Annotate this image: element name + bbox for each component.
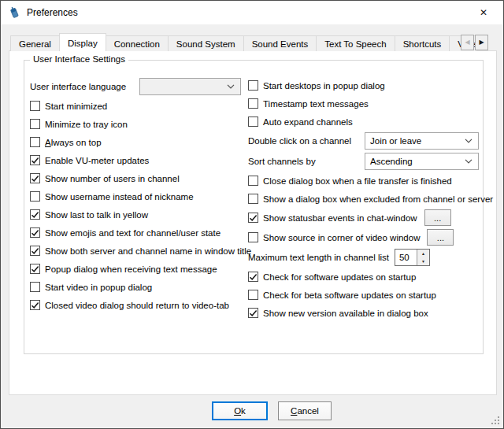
checkbox-timestamp-text-messages[interactable] [248,98,258,109]
more-button-show-source-in-corner-of-video-window[interactable]: ... [427,229,454,246]
ok-label: Ok [234,406,246,416]
row-maximum-text-length-in-channel-list: Maximum text length in channel list50▲▼ [248,247,484,268]
check-icon [31,174,39,183]
app-icon [8,6,20,19]
title-bar: Preferences ✕ [1,1,503,24]
cancel-button[interactable]: Cancel [278,401,332,420]
row-show-new-version-available-in-dialog-box: Show new version available in dialog box [248,304,484,322]
close-button[interactable]: ✕ [469,1,498,24]
row-start-desktops-in-popup-dialog: Start desktops in popup dialog [248,76,484,94]
row-show-last-to-talk-in-yellow: Show last to talk in yellow [30,205,248,224]
spinner-maximum-text-length-in-channel-list[interactable]: 50▲▼ [395,249,430,266]
tab-sound-events[interactable]: Sound Events [243,35,317,51]
checkbox-closed-video-dialog-should-return-to-video-tab[interactable] [30,300,40,310]
tab-general[interactable]: General [10,35,60,51]
checkbox-close-dialog-box-when-a-file-transfer-is-finishe[interactable] [248,176,258,186]
checkbox-show-last-to-talk-in-yellow[interactable] [30,209,40,220]
spinner-buttons: ▲▼ [417,250,429,265]
combo-value-double-click-on-a-channel: Join or leave [370,136,421,146]
tab-page-display: User Interface Settings User interface l… [9,50,497,395]
resize-grip[interactable] [491,416,500,425]
row-show-username-instead-of-nickname: Show username instead of nickname [30,187,248,205]
combo-double-click-on-a-channel[interactable]: Join or leave [365,132,479,150]
row-show-number-of-users-in-channel: Show number of users in channel [30,169,248,187]
spin-down-button[interactable]: ▼ [417,257,429,265]
checkbox-auto-expand-channels[interactable] [248,116,258,127]
ok-button[interactable]: Ok [212,401,268,420]
combo-label-double-click-on-a-channel: Double click on a channel [248,136,365,146]
checkbox-start-desktops-in-popup-dialog[interactable] [248,80,258,91]
tab-display[interactable]: Display [59,33,106,51]
row-enable-vu-meter-updates: Enable VU-meter updates [30,151,248,169]
checkbox-popup-dialog-when-receiving-text-message[interactable] [30,264,40,274]
checkbox-label-check-for-beta-software-updates-on-startup: Check for beta software updates on start… [263,290,436,300]
checkbox-label-show-both-server-and-channel-name-in-window-titl: Show both server and channel name in win… [45,246,251,256]
check-icon [249,309,258,317]
checkbox-always-on-top[interactable] [30,137,40,147]
checkbox-check-for-beta-software-updates-on-startup[interactable] [248,290,258,300]
more-button-show-statusbar-events-in-chat-window[interactable]: ... [424,209,451,226]
checkbox-check-for-software-updates-on-startup[interactable] [248,272,258,282]
checkbox-show-number-of-users-in-channel[interactable] [30,173,40,183]
checkbox-show-source-in-corner-of-video-window[interactable] [248,232,258,242]
combo-user-interface-language[interactable] [139,78,241,95]
check-icon [31,246,39,255]
checkbox-label-show-number-of-users-in-channel: Show number of users in channel [45,174,180,183]
tab-text-to-speech[interactable]: Text To Speech [316,35,395,51]
checkbox-show-emojis-and-text-for-channel-user-state[interactable] [30,227,40,238]
checkbox-label-show-a-dialog-box-when-excluded-from-channel-or-: Show a dialog box when excluded from cha… [263,194,493,204]
tab-connection[interactable]: Connection [106,35,169,51]
checkbox-label-enable-vu-meter-updates: Enable VU-meter updates [45,156,149,165]
row-check-for-software-updates-on-startup: Check for software updates on startup [248,268,484,286]
checkbox-start-video-in-popup-dialog[interactable] [30,282,40,292]
check-icon [249,272,258,281]
cancel-label: Cancel [291,406,319,416]
row-minimize-to-tray-icon: Minimize to tray icon [30,115,248,133]
chevron-down-icon [465,159,472,164]
row-check-for-beta-software-updates-on-startup: Check for beta software updates on start… [248,286,484,304]
checkbox-show-both-server-and-channel-name-in-window-titl[interactable] [30,246,40,256]
tab-scroll-left-button[interactable]: ◀ [461,35,474,50]
window-title: Preferences [27,7,78,18]
checkbox-start-minimized[interactable] [30,101,40,111]
row-close-dialog-box-when-a-file-transfer-is-finishe: Close dialog box when a file transfer is… [248,172,484,190]
row-show-a-dialog-box-when-excluded-from-channel-or-: Show a dialog box when excluded from cha… [248,190,484,208]
tab-sound-system[interactable]: Sound System [168,35,244,51]
checkbox-show-a-dialog-box-when-excluded-from-channel-or-[interactable] [248,194,258,204]
checkbox-label-show-last-to-talk-in-yellow: Show last to talk in yellow [45,210,148,220]
check-icon [249,213,258,222]
combo-sort-channels-by[interactable]: Ascending [365,153,479,170]
spinner-value: 50 [395,250,417,265]
check-icon [31,210,39,219]
checkbox-label-check-for-software-updates-on-startup: Check for software updates on startup [263,272,416,282]
check-icon [31,228,39,237]
checkbox-label-show-statusbar-events-in-chat-window: Show statusbar events in chat-window [263,213,417,223]
checkbox-label-start-minimized: Start minimized [45,102,107,111]
row-auto-expand-channels: Auto expand channels [248,113,484,131]
checkbox-label-always-on-top: Always on top [45,138,102,147]
checkbox-show-username-instead-of-nickname[interactable] [30,191,40,202]
row-timestamp-text-messages: Timestamp text messages [248,94,484,113]
checkbox-label-timestamp-text-messages: Timestamp text messages [263,99,369,109]
combo-label-sort-channels-by: Sort channels by [248,157,365,166]
row-always-on-top: Always on top [30,133,248,151]
row-sort-channels-by: Sort channels byAscending [248,151,484,172]
row-show-source-in-corner-of-video-window: Show source in corner of video window... [248,227,484,247]
row-user-interface-language: User interface language [30,76,248,97]
tab-shortcuts[interactable]: Shortcuts [395,35,450,51]
checkbox-minimize-to-tray-icon[interactable] [30,119,40,129]
checkbox-show-statusbar-events-in-chat-window[interactable] [248,213,258,223]
spin-label-maximum-text-length-in-channel-list: Maximum text length in channel list [248,253,389,262]
checkbox-label-show-new-version-available-in-dialog-box: Show new version available in dialog box [263,309,428,318]
check-icon [31,264,39,273]
tab-scroll-right-button[interactable]: ▶ [475,35,488,50]
chevron-down-icon [465,139,472,143]
chevron-down-icon [465,159,472,164]
checkbox-label-close-dialog-box-when-a-file-transfer-is-finishe: Close dialog box when a file transfer is… [263,176,452,186]
checkbox-label-start-video-in-popup-dialog: Start video in popup dialog [45,283,152,292]
spin-up-button[interactable]: ▲ [417,250,429,257]
right-settings-column: Start desktops in popup dialogTimestamp … [248,61,484,322]
checkbox-show-new-version-available-in-dialog-box[interactable] [248,308,258,318]
tab-scroller: ◀ ▶ [461,35,488,50]
checkbox-enable-vu-meter-updates[interactable] [30,155,40,165]
